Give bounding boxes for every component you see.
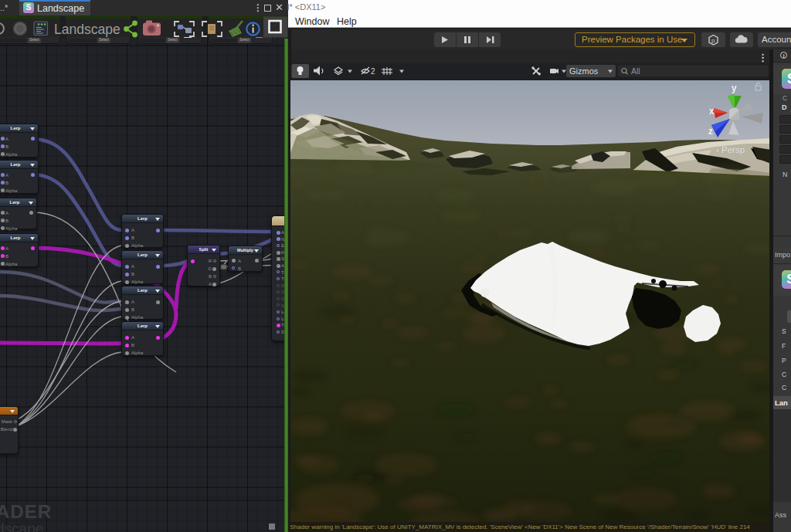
svg-text:y: y [732, 83, 737, 93]
svg-text:z: z [708, 126, 713, 137]
svg-text:x: x [709, 106, 715, 117]
svg-text:Gizmos: Gizmos [569, 66, 599, 76]
svg-text:p: p [711, 37, 715, 44]
svg-text:2: 2 [371, 67, 375, 76]
svg-text:‹ Persp: ‹ Persp [716, 145, 745, 154]
svg-text:All: All [631, 66, 640, 76]
svg-text:Landscape: Landscape [54, 22, 121, 37]
